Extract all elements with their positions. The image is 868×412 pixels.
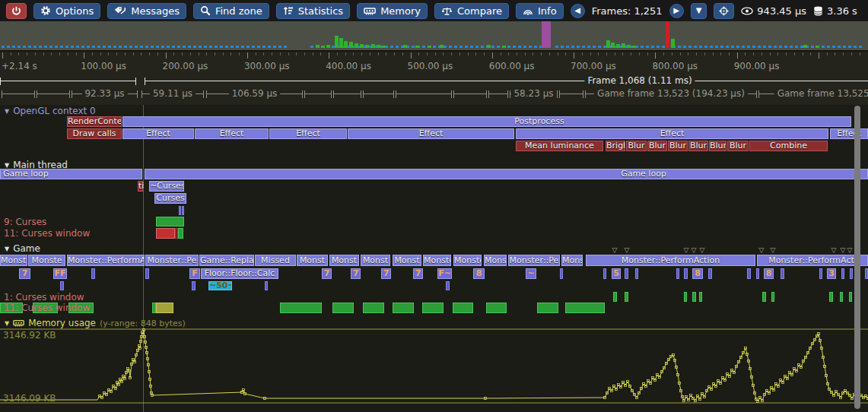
zone-blur[interactable]: Blur [688, 141, 708, 151]
message-marker-icon[interactable]: ▽ [771, 247, 776, 254]
zone[interactable] [91, 268, 95, 279]
main-frame-segment[interactable] [0, 78, 136, 85]
compare-button[interactable]: Compare [434, 3, 509, 19]
zone[interactable] [537, 303, 558, 313]
zone[interactable] [684, 268, 688, 279]
game-frame-segment[interactable]: 58.23 µs [510, 90, 558, 98]
zone-monst[interactable]: Monst [361, 255, 390, 266]
find-zone-button[interactable]: Find zone [193, 3, 269, 19]
section-header-opengl[interactable]: ▼ OpenGL context 0 [5, 106, 96, 116]
zone-ff[interactable]: FF [53, 268, 67, 279]
zone-monst[interactable]: Monst [393, 255, 421, 266]
game-frame-segment[interactable] [559, 90, 583, 98]
game-frame-segment[interactable] [333, 90, 361, 98]
zone-curses[interactable]: Curses [154, 193, 186, 204]
zone[interactable] [192, 281, 196, 290]
power-button[interactable] [6, 3, 27, 19]
zone-monster-performa[interactable]: Monster::PerformA [67, 255, 145, 266]
zone[interactable] [393, 303, 414, 313]
zone[interactable] [692, 292, 696, 302]
zone-monst[interactable]: Monst [329, 255, 359, 266]
statistics-button[interactable]: Statistics [276, 3, 350, 19]
zone-game-replay[interactable]: Game::Replay [199, 255, 254, 266]
zone-7[interactable]: 7 [19, 268, 30, 279]
zone[interactable] [446, 281, 450, 290]
zone-game-loop[interactable]: Game loop [145, 169, 868, 179]
zone[interactable] [156, 303, 173, 313]
zone-blur[interactable]: Blur [668, 141, 688, 151]
zone[interactable] [840, 292, 843, 302]
zone[interactable] [781, 268, 784, 279]
zone-curses[interactable]: ~Curses [149, 181, 184, 192]
zone[interactable] [849, 292, 852, 302]
zone-50[interactable]: ~50~ [208, 281, 232, 290]
frames-overview-histogram[interactable] [0, 21, 868, 52]
zone-draw-calls[interactable]: Draw calls [67, 128, 122, 139]
zone[interactable] [560, 268, 563, 279]
game-frame-segment[interactable]: 59.11 µs [141, 90, 204, 98]
zone-7[interactable]: 7 [413, 268, 423, 279]
zone[interactable] [756, 268, 759, 279]
messages-button[interactable]: Messages [107, 3, 186, 19]
game-frame-segment[interactable]: Game frame 13,523 (194.23 µs) [585, 90, 757, 98]
time-ruler[interactable]: +2.14 s100.00 µs200.00 µs300.00 µs400.00… [0, 52, 868, 74]
zone[interactable] [684, 292, 687, 302]
game-frame-segment[interactable]: 92.33 µs [72, 90, 138, 98]
message-marker-icon[interactable]: ▽ [612, 247, 618, 254]
game-frame-segment[interactable] [304, 90, 332, 98]
zone[interactable] [486, 303, 507, 313]
zone[interactable] [156, 228, 175, 239]
section-header-main-thread[interactable]: ▼ Main thread [5, 160, 68, 170]
zone-f[interactable]: F~ [437, 268, 452, 279]
zone[interactable] [565, 303, 605, 313]
zone[interactable] [829, 292, 833, 302]
zone-blur[interactable]: Blur [647, 141, 667, 151]
zone-missed[interactable]: Missed [255, 255, 296, 266]
section-header-memory[interactable]: ▼ Memory usage (y-range: 848 bytes) [5, 318, 186, 328]
zone-ti[interactable]: ti [138, 181, 143, 192]
zone-monster-pe[interactable]: Monster::Pe [145, 255, 199, 266]
zone-8[interactable]: 8 [764, 268, 774, 279]
message-marker-icon[interactable]: ▽ [847, 247, 853, 254]
zone[interactable] [363, 303, 384, 313]
zone[interactable] [145, 268, 149, 279]
zone[interactable] [625, 292, 628, 302]
zone-blur[interactable]: Blur [727, 141, 749, 151]
zone-effect[interactable]: Effect [269, 128, 347, 139]
vertical-scrollbar-thumb[interactable] [854, 106, 860, 409]
memory-button[interactable]: Memory [357, 3, 428, 19]
zone-postprocess[interactable]: Postprocess [122, 116, 851, 127]
zone[interactable] [156, 217, 184, 227]
zone-game-loop[interactable]: Game loop [0, 169, 142, 179]
zone[interactable] [453, 303, 473, 313]
zone[interactable] [332, 303, 354, 313]
main-frame-segment[interactable]: Frame 1,068 (1.11 ms) [145, 78, 868, 85]
zone-8[interactable]: 8 [692, 268, 703, 279]
zone[interactable] [625, 268, 628, 279]
next-frame-button[interactable]: ▶ [669, 4, 684, 18]
zone-brigh[interactable]: Brigh [606, 141, 625, 151]
zone-blur[interactable]: Blur [709, 141, 727, 151]
zone[interactable] [865, 268, 868, 279]
zone[interactable] [60, 281, 64, 290]
zone-5[interactable]: 5 [612, 268, 621, 279]
message-marker-icon[interactable]: ▽ [841, 247, 846, 254]
zone-mons[interactable]: Mons [484, 255, 507, 266]
zone-effect[interactable]: Effect [348, 128, 514, 139]
zone[interactable] [747, 268, 751, 279]
zone-7[interactable]: 7 [351, 268, 361, 279]
zone[interactable] [179, 206, 181, 215]
zone-mean-luminance[interactable]: Mean luminance [516, 141, 603, 151]
zone-effect[interactable]: Effect [516, 128, 828, 139]
game-frame-segment[interactable] [453, 90, 487, 98]
zone[interactable] [699, 292, 702, 302]
message-marker-icon[interactable]: ▽ [625, 247, 630, 254]
zone[interactable] [762, 292, 766, 302]
zone-effect[interactable]: Effect [830, 128, 868, 139]
zone-combine[interactable]: Combine [749, 141, 828, 151]
zone[interactable] [280, 303, 322, 313]
zone-3[interactable]: 3 [827, 268, 836, 279]
zone-floor-floor-calc[interactable]: Floor::Floor::Calc [201, 268, 278, 279]
zone-7[interactable]: 7 [381, 268, 391, 279]
prev-frame-button[interactable]: ◀ [571, 4, 585, 18]
